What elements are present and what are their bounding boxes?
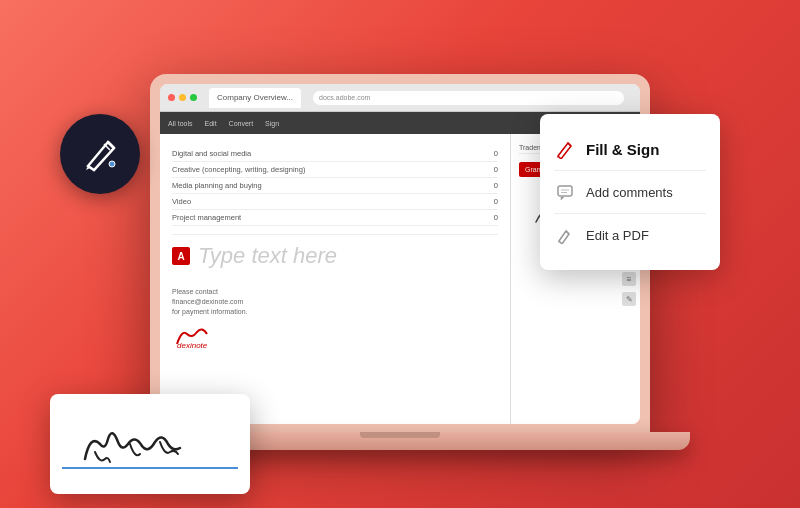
pen-icon — [80, 134, 120, 174]
add-comments-label: Add comments — [586, 185, 673, 200]
browser-tab[interactable]: Company Overview... — [209, 88, 301, 108]
adobe-logo-icon: A — [172, 247, 190, 265]
pdf-table: Digital and social media 0 Creative (con… — [172, 146, 498, 226]
pdf-side-icon-2[interactable]: ≡ — [622, 272, 636, 286]
popup-edit-pdf-item[interactable]: Edit a PDF — [554, 216, 706, 254]
table-row: Project management 0 — [172, 210, 498, 226]
popup-divider-1 — [554, 170, 706, 171]
contact-info: Please contactfinance@dexinote.comfor pa… — [172, 287, 498, 316]
browser-chrome: Company Overview... docs.adobe.com — [160, 84, 640, 112]
popup-fill-sign-item[interactable]: Fill & Sign — [554, 130, 706, 168]
signature-line — [62, 467, 238, 469]
toolbar-convert[interactable]: Convert — [229, 120, 254, 127]
signature-card — [50, 394, 250, 494]
popup-add-comments-item[interactable]: Add comments — [554, 173, 706, 211]
toolbar-all-tools[interactable]: All tools — [168, 120, 193, 127]
pdf-side-icon-3[interactable]: ✎ — [622, 292, 636, 306]
browser-dot-yellow — [179, 94, 186, 101]
toolbar-sign[interactable]: Sign — [265, 120, 279, 127]
type-text-area[interactable]: A Type text here — [172, 234, 498, 277]
browser-dot-green — [190, 94, 197, 101]
table-row: Creative (concepting, writing, designing… — [172, 162, 498, 178]
table-row: Video 0 — [172, 194, 498, 210]
table-row: Media planning and buying 0 — [172, 178, 498, 194]
fill-sign-popup: Fill & Sign Add comments — [540, 114, 720, 270]
dexinote-logo: dexinote — [172, 324, 498, 351]
add-comments-icon — [554, 181, 576, 203]
browser-dot-red — [168, 94, 175, 101]
edit-pdf-icon — [554, 224, 576, 246]
laptop-wrapper: Company Overview... docs.adobe.com All t… — [90, 54, 710, 474]
pdf-content: Digital and social media 0 Creative (con… — [160, 134, 510, 424]
signature-drawing — [70, 414, 230, 474]
svg-point-0 — [109, 161, 115, 167]
toolbar-edit[interactable]: Edit — [205, 120, 217, 127]
svg-text:dexinote: dexinote — [177, 341, 208, 349]
edit-pdf-label: Edit a PDF — [586, 228, 649, 243]
fill-sign-circle-icon — [60, 114, 140, 194]
signature-inner — [50, 394, 250, 494]
browser-url-bar[interactable]: docs.adobe.com — [313, 91, 624, 105]
popup-divider-2 — [554, 213, 706, 214]
type-placeholder: Type text here — [198, 243, 337, 269]
fill-sign-icon — [554, 138, 576, 160]
fill-sign-label: Fill & Sign — [586, 141, 659, 158]
svg-rect-2 — [558, 186, 572, 196]
table-row: Digital and social media 0 — [172, 146, 498, 162]
